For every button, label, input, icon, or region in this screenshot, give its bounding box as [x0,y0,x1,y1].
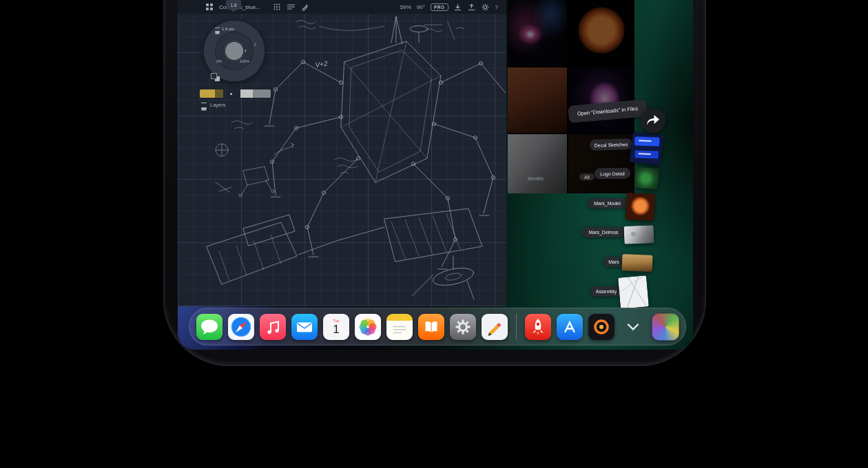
drag-item-label: Mars_Model [594,201,621,206]
dock-icon-sketch[interactable] [482,314,508,340]
dock-icon-photos[interactable] [355,314,381,340]
app-store-a-icon [557,314,583,340]
flower-icon [355,314,381,340]
gear-icon [450,314,476,340]
canvas-vignette [178,0,506,306]
drag-item-mars-deimos[interactable]: Mars_Deimos [582,227,625,237]
drag-thumbnail-mars-model [626,193,655,221]
dock-icon-app-store[interactable] [557,314,583,340]
dock-icon-safari[interactable] [228,314,254,340]
dock-chevron-button[interactable] [624,318,642,336]
dock-icon-orange-lens[interactable] [588,314,614,340]
photos-tab-months[interactable]: Months [528,176,544,181]
dock-icon-music[interactable] [260,314,286,340]
dock-icon-settings[interactable] [450,314,476,340]
forward-arrow-icon [646,114,660,127]
drag-thumbnail-mars-surface [622,254,653,272]
drag-item-mars-model[interactable]: Mars_Model [588,198,627,209]
dock-icon-books[interactable] [418,314,444,340]
speech-bubble-icon [196,314,223,340]
drag-item-mars[interactable]: Mars [603,257,624,267]
photos-grid [508,0,634,193]
drag-item-label: Mars_Deimos [588,230,618,235]
drag-item-decal-sketches[interactable]: Decal Sketches [590,138,633,151]
dock-icon-calendar[interactable]: Tue 1 [323,314,349,340]
drag-item-label: Open “Downloads” in Files [577,105,639,117]
drag-item-label: Assembly [596,289,617,294]
open-book-icon [418,314,444,340]
chevron-down-icon [627,323,639,331]
dock-icon-messages[interactable] [196,314,223,340]
orange-ring-icon [588,314,614,340]
drag-item-label: Logo Detail [600,171,625,176]
drag-thumbnail-logo [634,167,659,190]
dock-divider [516,314,517,340]
pencil-icon [482,314,508,340]
drag-thumbnail-mars-deimos [624,225,654,244]
note-lines-icon [386,314,413,340]
rocket-icon [525,314,551,340]
drag-item-assembly[interactable]: Assembly [590,286,622,297]
photos-tab-all[interactable]: All [579,173,595,180]
dock: Tue 1 [189,308,686,345]
calendar-day: 1 [333,323,339,335]
concepts-app-window: V+2 Concepts_blue... 59% 90° [178,0,506,306]
drag-thumbnail-decals [629,131,663,165]
music-note-icon [260,314,286,340]
envelope-icon [291,314,318,340]
compass-icon [228,314,254,340]
photos-dim-overlay [508,0,634,193]
dock-icon-notes[interactable] [386,314,413,340]
dock-icon-rocket[interactable] [525,314,551,340]
drag-item-logo-detail[interactable]: Logo Detail [595,168,630,180]
drag-thumbnail-assembly [618,275,649,308]
ipad-screen: V+2 Concepts_blue... 59% 90° [178,0,693,350]
dock-recent-app[interactable] [652,313,679,341]
dock-icon-mail[interactable] [291,314,318,340]
drag-item-label: Mars [608,259,619,264]
drag-item-label: Decal Sketches [595,142,628,148]
drop-forward-button[interactable] [641,108,665,133]
stage: V+2 Concepts_blue... 59% 90° [0,0,868,468]
